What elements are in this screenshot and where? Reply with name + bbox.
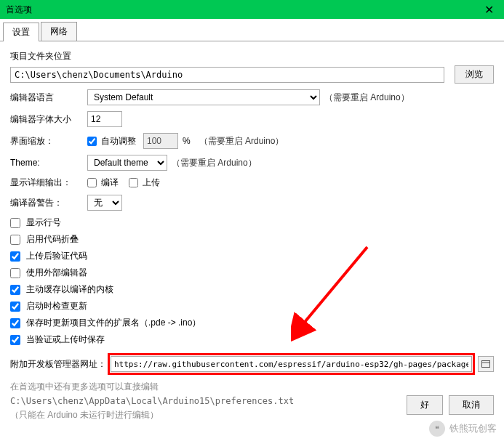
verbose-upload-checkbox[interactable] (129, 178, 138, 187)
cb-update-ext[interactable] (10, 318, 20, 328)
cb-update-ext-label: 保存时更新项目文件的扩展名（.pde -> .ino） (26, 317, 201, 329)
browse-button[interactable]: 浏览 (455, 65, 494, 84)
verbose-upload-label: 上传 (143, 177, 160, 189)
verbose-label: 显示详细输出： (10, 177, 83, 189)
cb-codefold[interactable] (10, 235, 20, 245)
cb-check-updates-label: 启动时检查更新 (26, 300, 87, 312)
scale-value-input (143, 133, 178, 149)
boards-url-expand-button[interactable] (478, 356, 494, 372)
restart-hint-1: （需要重启 Arduino） (324, 92, 409, 104)
theme-select[interactable]: Default theme (87, 155, 167, 171)
cb-verify-upload[interactable] (10, 251, 20, 262)
window-icon (481, 360, 490, 368)
boards-url-input[interactable] (111, 356, 472, 372)
svg-rect-0 (482, 361, 490, 368)
cancel-button[interactable]: 取消 (449, 395, 494, 415)
scale-auto-checkbox[interactable] (87, 137, 97, 146)
ok-button[interactable]: 好 (407, 395, 443, 415)
restart-hint-2: （需要重启 Arduino） (199, 135, 284, 147)
verbose-compile-label: 编译 (101, 177, 119, 189)
scale-pct-label: % (183, 136, 191, 146)
boards-url-label: 附加开发板管理器网址： (10, 358, 106, 371)
boards-url-highlight (108, 353, 475, 375)
warnings-select[interactable]: 无 (87, 195, 122, 211)
window-title: 首选项 (6, 4, 32, 16)
sketchbook-label: 项目文件夹位置 (10, 50, 494, 62)
theme-label: Theme: (10, 158, 83, 168)
watermark-text: 铁熊玩创客 (449, 422, 497, 435)
dialog-buttons: 好 取消 (407, 395, 494, 415)
cb-aggr-cache-label: 主动缓存以编译的内核 (26, 283, 113, 296)
cb-verify-upload-label: 上传后验证代码 (26, 250, 87, 262)
title-bar: 首选项 ✕ (0, 0, 504, 19)
font-size-label: 编辑器字体大小 (10, 113, 83, 126)
cb-save-verify[interactable] (10, 335, 20, 345)
scale-label: 界面缩放： (10, 135, 83, 147)
content-pane: 项目文件夹位置 浏览 编辑器语言 System Default （需要重启 Ar… (0, 41, 504, 430)
close-icon[interactable]: ✕ (480, 3, 498, 17)
more-prefs-text: 在首选项中还有更多选项可以直接编辑 (10, 381, 494, 393)
editor-lang-select[interactable]: System Default (87, 89, 320, 105)
warnings-label: 编译器警告： (10, 197, 83, 209)
restart-hint-3: （需要重启 Arduino） (172, 157, 257, 169)
tab-strip: 设置 网络 (0, 19, 504, 41)
cb-external-editor[interactable] (10, 268, 20, 278)
wechat-icon: ❝ (429, 421, 445, 437)
cb-linenum[interactable] (10, 218, 20, 228)
cb-linenum-label: 显示行号 (26, 217, 61, 229)
cb-save-verify-label: 当验证或上传时保存 (26, 333, 105, 346)
cb-aggr-cache[interactable] (10, 285, 20, 295)
cb-external-editor-label: 使用外部编辑器 (26, 267, 87, 279)
verbose-compile-checkbox[interactable] (87, 178, 97, 187)
watermark: ❝ 铁熊玩创客 (429, 421, 497, 437)
scale-auto-label: 自动调整 (101, 135, 136, 147)
tab-network[interactable]: 网络 (41, 22, 77, 41)
tab-settings[interactable]: 设置 (3, 23, 39, 41)
sketchbook-path-input[interactable] (10, 67, 444, 83)
font-size-input[interactable] (87, 111, 122, 127)
cb-check-updates[interactable] (10, 302, 20, 312)
editor-lang-label: 编辑器语言 (10, 92, 83, 104)
cb-codefold-label: 启用代码折叠 (26, 233, 79, 246)
